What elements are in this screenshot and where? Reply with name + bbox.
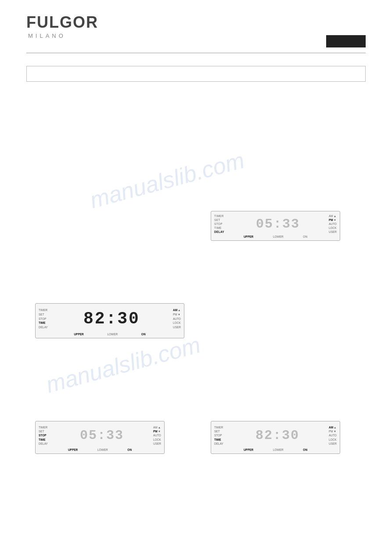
d2-label-am-active: AM — [173, 308, 177, 312]
watermark: manualslib.com — [87, 147, 247, 213]
d2-label-timer: TIMER — [39, 308, 48, 312]
display3-wrapper: TIMER SET STOP TIME DELAY 05:33 AM ▲ PM … — [35, 421, 165, 454]
display4-right-labels: AM ▲ PM ▼ AUTO LOCK USER — [329, 425, 337, 445]
label-time: TIME — [214, 226, 224, 230]
header-black-box — [326, 35, 366, 47]
d3-bottom-upper-active: UPPER — [68, 448, 78, 451]
d2-label-set: SET — [39, 312, 48, 317]
d4-label-lock: LOCK — [329, 438, 337, 442]
d2-label-time-active: TIME — [39, 321, 48, 325]
display4-am-row: AM ▲ — [329, 425, 337, 429]
d3-arrow-down: ▼ — [158, 429, 161, 433]
d4-bottom-on-active: ON — [303, 448, 307, 451]
arrow-up: ▲ — [334, 214, 336, 218]
watermark2: manualslib.com — [43, 331, 203, 398]
d3-bottom-lower: LOWER — [97, 448, 108, 451]
label-set: SET — [214, 218, 224, 222]
bottom-on: ON — [303, 235, 307, 238]
display3-am-row: AM ▲ — [153, 425, 161, 429]
display3-bottom-labels: UPPER LOWER ON — [39, 448, 161, 451]
d4-label-am-active: AM — [329, 425, 333, 429]
display3-left-labels: TIMER SET STOP TIME DELAY — [39, 425, 48, 445]
label-pm-active: PM — [329, 218, 333, 222]
label-user: USER — [329, 230, 337, 234]
d2-arrow-down: ▼ — [178, 312, 180, 317]
label-timer: TIMER — [214, 214, 224, 218]
display2: TIMER SET STOP TIME DELAY 82:30 AM ▲ PM … — [35, 303, 184, 338]
d2-label-auto: AUTO — [173, 317, 181, 321]
d4-label-auto: AUTO — [329, 433, 337, 437]
d2-bottom-lower: LOWER — [107, 333, 118, 336]
d4-bottom-lower: LOWER — [273, 448, 284, 451]
d3-label-delay: DELAY — [39, 442, 48, 446]
d4-label-set: SET — [214, 429, 223, 433]
header: FULGOR MILANO — [26, 13, 366, 39]
display3-right-labels: AM ▲ PM ▼ AUTO LOCK USER — [153, 425, 161, 445]
label-stop: STOP — [214, 222, 224, 226]
d4-label-timer: TIMER — [214, 425, 223, 429]
display2-pm-row: PM ▼ — [173, 312, 181, 317]
d3-label-auto: AUTO — [153, 433, 161, 437]
header-divider — [26, 53, 366, 53]
d2-bottom-on-active: ON — [141, 333, 146, 336]
d3-label-time-active: TIME — [39, 438, 48, 442]
d3-label-stop-active: STOP — [39, 433, 48, 437]
d3-arrow-up: ▲ — [158, 425, 161, 429]
display2-am-row: AM ▲ — [173, 308, 181, 312]
display2-bottom-labels: UPPER LOWER ON — [39, 333, 181, 336]
display1-inner: TIMER SET STOP TIME DELAY 05:33 AM ▲ PM … — [214, 214, 337, 234]
display1-left-labels: TIMER SET STOP TIME DELAY — [214, 214, 224, 234]
d2-label-lock: LOCK — [173, 321, 181, 325]
display4-bottom-labels: UPPER LOWER ON — [214, 448, 337, 451]
d2-label-delay: DELAY — [39, 325, 48, 330]
bottom-lower: LOWER — [273, 235, 284, 238]
d2-label-pm: PM — [173, 312, 177, 317]
d4-arrow-down: ▼ — [334, 429, 336, 433]
label-am: AM — [329, 214, 333, 218]
display3-pm-row: PM ▼ — [153, 429, 161, 433]
d4-label-user: USER — [329, 442, 337, 446]
bottom-upper-active: UPPER — [244, 235, 253, 238]
display2-left-labels: TIMER SET STOP TIME DELAY — [39, 308, 48, 330]
d3-label-am: AM — [153, 425, 158, 429]
d4-label-pm: PM — [329, 429, 333, 433]
d4-label-stop: STOP — [214, 433, 223, 437]
display3-digits: 05:33 — [52, 428, 151, 443]
d2-arrow-up: ▲ — [178, 308, 180, 312]
d3-label-timer: TIMER — [39, 425, 48, 429]
display4-wrapper: TIMER SET STOP TIME DELAY 82:30 AM ▲ PM … — [211, 421, 340, 454]
d3-label-user: USER — [153, 442, 161, 446]
label-lock: LOCK — [329, 226, 337, 230]
display2-wrapper: TIMER SET STOP TIME DELAY 82:30 AM ▲ PM … — [35, 303, 184, 338]
display1-digits: 05:33 — [229, 217, 327, 232]
display4-digits: 82:30 — [228, 428, 327, 443]
display4-left-labels: TIMER SET STOP TIME DELAY — [214, 425, 223, 445]
display1-pm-row: PM ▼ — [329, 218, 337, 222]
d3-label-pm-active: PM — [153, 429, 158, 433]
d3-label-set: SET — [39, 429, 48, 433]
display2-digits: 82:30 — [52, 309, 171, 328]
label-auto: AUTO — [329, 222, 337, 226]
display2-right-labels: AM ▲ PM ▼ AUTO LOCK USER — [173, 308, 181, 330]
display4-inner: TIMER SET STOP TIME DELAY 82:30 AM ▲ PM … — [214, 424, 337, 447]
d4-label-time-active: TIME — [214, 438, 223, 442]
brand-name: FULGOR — [26, 13, 366, 32]
display1-am-row: AM ▲ — [329, 214, 337, 218]
d2-label-stop: STOP — [39, 317, 48, 321]
display3-inner: TIMER SET STOP TIME DELAY 05:33 AM ▲ PM … — [39, 424, 161, 447]
d3-bottom-on-active: ON — [127, 448, 132, 451]
display1-right-labels: AM ▲ PM ▼ AUTO LOCK USER — [329, 214, 337, 234]
display1-bottom-labels: UPPER LOWER ON — [214, 235, 337, 238]
display4-pm-row: PM ▼ — [329, 429, 337, 433]
content-box — [26, 66, 366, 82]
arrow-down: ▼ — [334, 218, 336, 222]
d4-bottom-upper-active: UPPER — [244, 448, 253, 451]
d4-arrow-up: ▲ — [334, 425, 336, 429]
display1-wrapper: TIMER SET STOP TIME DELAY 05:33 AM ▲ PM … — [211, 211, 340, 241]
display3: TIMER SET STOP TIME DELAY 05:33 AM ▲ PM … — [35, 421, 165, 454]
d2-bottom-upper-active: UPPER — [74, 333, 83, 336]
d2-label-user: USER — [173, 325, 181, 330]
display1: TIMER SET STOP TIME DELAY 05:33 AM ▲ PM … — [211, 211, 340, 241]
display2-inner: TIMER SET STOP TIME DELAY 82:30 AM ▲ PM … — [39, 306, 181, 332]
d3-label-lock: LOCK — [153, 438, 161, 442]
